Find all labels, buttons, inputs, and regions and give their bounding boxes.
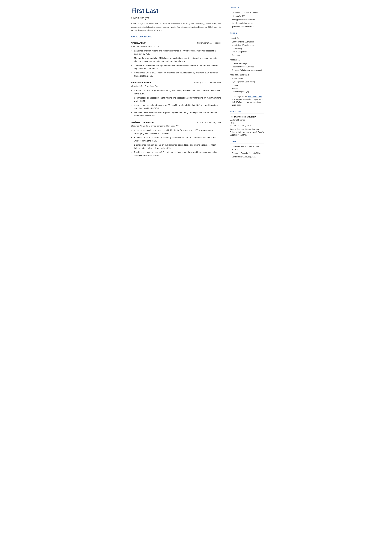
hard-skills-list: Loan Servicing (Advanced) Negotiation (E… <box>230 40 264 56</box>
edu-degree: Master of Science <box>230 119 264 121</box>
right-column: CONTACT Columbia, SC (Open to Remote) +1… <box>226 0 267 201</box>
resume-worded-link[interactable]: Resume Worded <box>248 95 262 98</box>
hard-skills-title: Hard Skills: <box>230 37 264 40</box>
tool-5: Databases (MySQL) <box>230 90 264 93</box>
bullet-3-4: Provided customer service to 3.2K extern… <box>131 151 221 157</box>
bullet-2-3: Acted as a direct point-of-contact for 2… <box>131 104 221 110</box>
job-title-3: Assistant Underwriter <box>131 121 154 124</box>
job-bullets-2: Created a portfolio of $3.2M in assets b… <box>131 89 221 117</box>
bullet-1-1: Examined financial reports and recognize… <box>131 49 221 56</box>
skills-note: Don't forget to use Resume Worded to sca… <box>230 95 264 106</box>
skills-note-suffix: to scan your resume before you send it o… <box>232 98 263 106</box>
job-dates-3: June 2010 – January 2013 <box>197 121 221 124</box>
skills-label: SKILLS <box>230 32 264 35</box>
hard-skill-5: Research <box>230 54 264 56</box>
job-bullets-3: Attended sales calls and meetings with 2… <box>131 129 221 157</box>
hard-skill-4: Risk Management <box>230 50 264 53</box>
bullet-1-2: Managed a large portfolio of 5K clients … <box>131 56 221 63</box>
bullet-2-1: Created a portfolio of $3.2M in assets b… <box>131 89 221 95</box>
job-company-3: Resume Worded's Exciting Company, New Yo… <box>131 125 221 128</box>
tool-1: ElasticSearch <box>230 77 264 80</box>
summary-text: Credit analyst with more than 10 years o… <box>131 22 221 32</box>
contact-section: CONTACT Columbia, SC (Open to Remote) +1… <box>230 6 264 28</box>
job-block-1: Credit Analyst November 2015 – Present R… <box>131 41 221 77</box>
job-header-3: Assistant Underwriter June 2010 – Januar… <box>131 121 221 124</box>
edu-institution: Resume Worded University <box>230 115 264 119</box>
tool-3: Hadoop <box>230 84 264 87</box>
edu-awards: Awards: Resume Worded Teaching Fellow (o… <box>230 128 264 136</box>
contact-label: CONTACT <box>230 6 264 10</box>
other-list: Certified Credit and Risk Analyst (CCRA)… <box>230 145 264 158</box>
contact-linkedin: linkedin.com/in/username <box>230 22 264 25</box>
techniques-title: Techniques: <box>230 58 264 61</box>
tool-4: Python <box>230 87 264 90</box>
bullet-2-2: Spearheaded all aspects of capital raisi… <box>131 96 221 103</box>
tools-list: ElasticSearch Python (Keras, Scikit-lear… <box>230 77 264 93</box>
other-section: OTHER Certified Credit and Risk Analyst … <box>230 140 264 158</box>
bullet-3-3: Brainstormed with 313 agents on availabl… <box>131 143 221 150</box>
contact-phone: +1-234-456-789 <box>230 15 264 18</box>
skills-note-prefix: Don't forget to use <box>232 95 248 98</box>
tool-2: Python (Keras, Scikit-learn) <box>230 80 264 83</box>
job-title-1: Credit Analyst <box>131 41 146 44</box>
job-header-2: Investment Banker February 2013 – Octobe… <box>131 81 221 84</box>
bullet-3-2: Examined 2.2K applications for accuracy … <box>131 136 221 142</box>
other-item-2: Chartered Financial Analyst (CFA). <box>230 152 264 154</box>
hard-skill-1: Loan Servicing (Advanced) <box>230 40 264 43</box>
education-label: EDUCATION <box>230 110 264 114</box>
other-label: OTHER <box>230 140 264 144</box>
contact-github: github.com/resumeworded <box>230 25 264 28</box>
techniques-list: Credit Risk Analysis Recommendation Engi… <box>230 62 264 71</box>
hard-skill-2: Negotiation (Experienced) <box>230 44 264 47</box>
edu-field: Finance <box>230 121 264 124</box>
resume-page: First Last Credit Analyst Credit analyst… <box>125 0 267 201</box>
job-block-3: Assistant Underwriter June 2010 – Januar… <box>131 121 221 157</box>
education-section: EDUCATION Resume Worded University Maste… <box>230 110 264 136</box>
tools-title: Tools and Frameworks: <box>230 73 264 76</box>
job-dates-2: February 2013 – October 2015 <box>193 81 221 84</box>
work-experience-label: WORK EXPERIENCE <box>131 35 221 39</box>
job-company-1: Resume Worded, New York, NY <box>131 45 221 48</box>
candidate-title: Credit Analyst <box>131 16 221 20</box>
edu-date: Boston, MA — May 2010 <box>230 124 264 127</box>
job-dates-1: November 2015 – Present <box>197 41 221 44</box>
job-block-2: Investment Banker February 2013 – Octobe… <box>131 81 221 117</box>
technique-1: Credit Risk Analysis <box>230 62 264 65</box>
hard-skill-3: Underwriting <box>230 47 264 50</box>
bullet-1-4: Constructed DCFs, DSC, cash flow analyse… <box>131 71 221 77</box>
bullet-3-1: Attended sales calls and meetings with 2… <box>131 129 221 135</box>
contact-list: Columbia, SC (Open to Remote) +1-234-456… <box>230 11 264 28</box>
technique-3: Business Relationship Management <box>230 69 264 71</box>
technique-2: Recommendation Engines <box>230 65 264 68</box>
other-item-3: Certified Risk Analyst (CRA). <box>230 155 264 158</box>
job-bullets-1: Examined financial reports and recognize… <box>131 49 221 77</box>
other-item-1: Certified Credit and Risk Analyst (CCRA)… <box>230 145 264 151</box>
candidate-name: First Last <box>131 6 221 15</box>
job-title-2: Investment Banker <box>131 81 151 84</box>
contact-location: Columbia, SC (Open to Remote) <box>230 11 264 14</box>
bullet-1-3: Shared the credit department procedures … <box>131 64 221 70</box>
job-header-1: Credit Analyst November 2015 – Present <box>131 41 221 44</box>
skills-section: SKILLS Hard Skills: Loan Servicing (Adva… <box>230 32 264 107</box>
bullet-2-4: Identified new markets and developed a t… <box>131 111 221 117</box>
left-column: First Last Credit Analyst Credit analyst… <box>125 0 226 201</box>
job-company-2: Growthsi, San Francisco, CA <box>131 85 221 88</box>
contact-email: email@resumeworded.com <box>230 18 264 21</box>
